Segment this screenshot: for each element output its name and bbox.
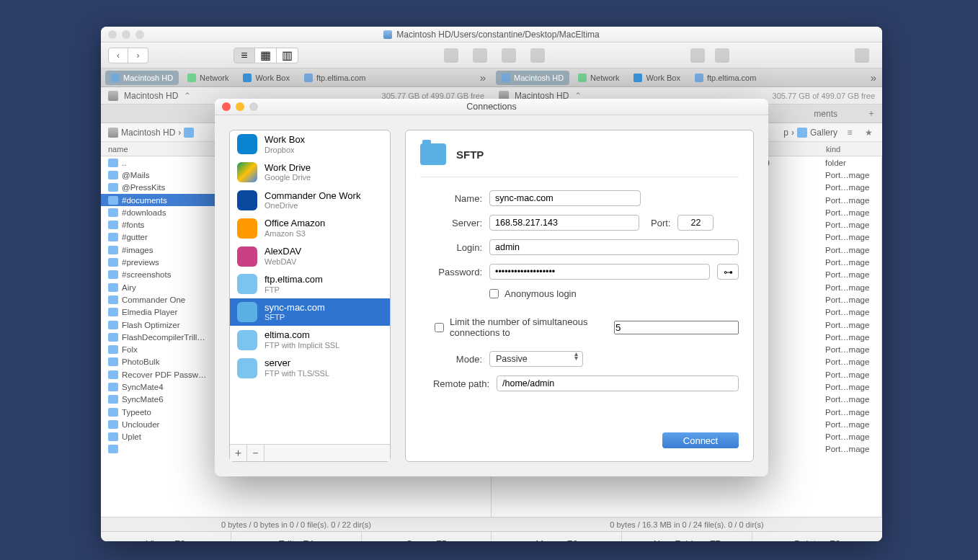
favorite-icon[interactable]: ★: [862, 126, 875, 139]
connection-name: Commander One Work: [264, 190, 360, 202]
connection-type: SFTP: [264, 313, 325, 322]
file-kind: Port…mage: [825, 270, 881, 279]
remove-connection-button[interactable]: －: [247, 445, 264, 462]
folder-icon: [108, 270, 118, 279]
minimize-icon[interactable]: [122, 30, 130, 39]
login-label: Login:: [420, 242, 482, 253]
folder-icon: [108, 383, 118, 391]
connection-list: Work BoxDropboxWork DriveGoogle DriveCom…: [229, 130, 391, 462]
tab-network[interactable]: Network: [572, 71, 625, 85]
password-label: Password:: [420, 267, 482, 277]
connection-item[interactable]: eltima.comFTP with Implicit SSL: [230, 326, 390, 354]
connection-item[interactable]: Commander One WorkOneDrive: [230, 187, 390, 215]
connection-type: Dropbox: [264, 146, 305, 155]
tab-workbox[interactable]: Work Box: [237, 71, 295, 85]
minimize-icon[interactable]: [236, 102, 244, 111]
server-input[interactable]: [489, 215, 639, 231]
disk-icon: [502, 74, 510, 82]
remote-path-label: Remote path:: [420, 378, 489, 389]
fn-button[interactable]: Copy - F5: [362, 532, 492, 541]
fn-button[interactable]: View - F3: [101, 532, 231, 541]
connect-button[interactable]: Connect: [662, 432, 739, 448]
tab-workbox[interactable]: Work Box: [628, 71, 685, 85]
toggle-icon[interactable]: [444, 48, 458, 63]
tab-network[interactable]: Network: [182, 71, 234, 85]
mode-label: Mode:: [420, 354, 482, 365]
password-input[interactable]: [489, 264, 710, 280]
connection-item[interactable]: AlexDAVWebDAV: [230, 242, 390, 270]
fn-button[interactable]: Move - F6: [492, 532, 622, 541]
service-icon: [237, 358, 257, 378]
tab-macintosh-hd[interactable]: Macintosh HD: [105, 71, 179, 85]
mode-select[interactable]: Passive: [489, 351, 583, 367]
tab-ftp[interactable]: ftp.eltima.com: [689, 71, 762, 85]
folder-icon: [108, 333, 118, 342]
login-input[interactable]: [489, 239, 739, 255]
close-icon[interactable]: [108, 30, 117, 39]
connection-name: AlexDAV: [264, 246, 301, 257]
file-kind: Port…mage: [825, 246, 881, 254]
list-view-icon[interactable]: ≡: [843, 126, 856, 139]
tabs-overflow-icon[interactable]: »: [480, 71, 486, 84]
add-connection-button[interactable]: ＋: [230, 445, 247, 462]
key-icon[interactable]: ⊶: [717, 264, 739, 280]
limit-input[interactable]: [614, 321, 739, 334]
function-bar: View - F3Edit - F4Copy - F5Move - F6New …: [101, 531, 882, 541]
file-kind: Port…mage: [825, 196, 881, 205]
zoom-icon[interactable]: [135, 30, 144, 39]
limit-checkbox[interactable]: [435, 323, 444, 332]
sync-icon[interactable]: [530, 48, 545, 63]
file-kind: Port…mage: [825, 321, 881, 329]
folder-icon[interactable]: [715, 48, 729, 63]
connection-item[interactable]: Work BoxDropbox: [230, 130, 390, 159]
view-list-button[interactable]: ≡: [234, 48, 255, 63]
file-kind: Port…mage: [825, 295, 881, 304]
info-icon[interactable]: [473, 48, 487, 63]
file-kind: Port…mage: [825, 221, 881, 229]
folder-icon: [108, 196, 118, 205]
connection-item[interactable]: Work DriveGoogle Drive: [230, 159, 390, 187]
trash-icon[interactable]: [690, 48, 705, 63]
port-input[interactable]: [677, 215, 714, 231]
file-kind: Port…mage: [825, 283, 881, 292]
tab-ftp[interactable]: ftp.eltima.com: [298, 71, 371, 85]
connection-type: Google Drive: [264, 173, 311, 182]
file-kind: Port…mage: [825, 171, 881, 179]
remote-path-input[interactable]: [497, 375, 739, 391]
connection-item[interactable]: sync-mac.comSFTP: [230, 298, 390, 326]
close-icon[interactable]: [222, 102, 231, 111]
connection-item[interactable]: ftp.eltima.comFTP: [230, 270, 390, 298]
name-label: Name:: [420, 193, 482, 204]
fn-button[interactable]: New Folder - F7: [622, 532, 752, 541]
forward-button[interactable]: ›: [128, 48, 148, 63]
folder-icon: [108, 208, 118, 217]
file-kind: Port…mage: [825, 345, 881, 354]
folder-icon: [108, 308, 118, 316]
connection-item[interactable]: Office AmazonAmazon S3: [230, 214, 390, 242]
fn-button[interactable]: Edit - F4: [231, 532, 362, 541]
connection-name: Office Amazon: [264, 218, 325, 229]
back-button[interactable]: ‹: [108, 48, 128, 63]
preview-icon[interactable]: [502, 48, 516, 63]
connection-type: OneDrive: [264, 201, 360, 210]
name-input[interactable]: [489, 190, 641, 206]
connection-item[interactable]: serverFTP with TLS/SSL: [230, 354, 390, 382]
tab-macintosh-hd[interactable]: Macintosh HD: [496, 71, 569, 85]
fn-button[interactable]: Delete - F8: [752, 532, 882, 541]
folder-icon: [108, 183, 118, 192]
anonymous-checkbox[interactable]: [489, 289, 499, 298]
port-label: Port:: [651, 218, 670, 228]
file-kind: Port…mage: [825, 445, 881, 453]
service-icon: [237, 302, 257, 322]
view-columns-button[interactable]: ▥: [277, 48, 298, 63]
left-status: 0 bytes / 0 bytes in 0 / 0 file(s). 0 / …: [101, 517, 492, 531]
add-tab-button[interactable]: ＋: [865, 107, 878, 120]
service-icon: [237, 274, 257, 294]
view-icons-button[interactable]: ▦: [255, 48, 277, 63]
tabs-overflow-icon[interactable]: »: [871, 71, 876, 84]
folder-icon: [108, 233, 118, 241]
right-tabstrip: Macintosh HD Network Work Box ftp.eltima…: [492, 68, 882, 87]
file-kind: Port…mage: [825, 357, 881, 366]
file-kind: Port…mage: [825, 370, 881, 379]
download-icon[interactable]: [855, 48, 869, 63]
